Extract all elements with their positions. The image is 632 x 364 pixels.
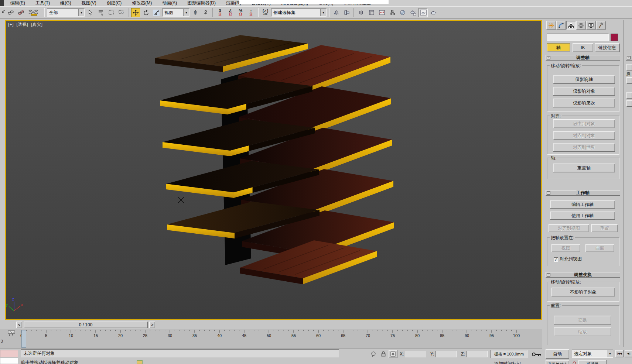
bell-icon[interactable] — [572, 361, 577, 364]
add-time-tag[interactable]: 添加时间标记 — [494, 361, 521, 364]
motion-tab[interactable] — [576, 21, 586, 30]
reset-scale-button[interactable]: 缩放 — [554, 327, 611, 336]
curve-editor-icon[interactable] — [377, 8, 386, 17]
collapse-icon[interactable]: - — [547, 273, 550, 277]
selection-lock-icon[interactable] — [380, 351, 386, 359]
chevron-down-icon[interactable]: ▼ — [320, 9, 326, 16]
selection-filter-dropdown[interactable]: 全部 ▼ — [47, 8, 85, 17]
material-editor-icon[interactable] — [398, 8, 407, 17]
unlink-selection-icon[interactable] — [17, 8, 26, 17]
app-icon[interactable] — [0, 0, 4, 6]
layer-manager-icon[interactable] — [356, 8, 366, 17]
viewport-menu-plus[interactable]: [+] — [8, 22, 14, 27]
previous-frame-playback-button[interactable]: ◀|| — [625, 350, 632, 357]
clipped-button[interactable] — [626, 92, 632, 99]
graphite-ribbon-icon[interactable] — [367, 8, 376, 17]
affect-pivot-only-button[interactable]: 仅影响轴 — [553, 75, 615, 84]
object-color-swatch[interactable] — [611, 34, 618, 41]
reset-working-pivot-button[interactable]: 重置 — [591, 224, 618, 232]
hierarchy-tab[interactable] — [566, 21, 576, 30]
clipped-button[interactable] — [626, 64, 632, 71]
menu-item[interactable]: 图形编辑器(D) — [182, 0, 221, 6]
menu-item[interactable]: 组(G) — [55, 0, 76, 6]
pivot-subtab[interactable]: 轴 — [547, 43, 570, 52]
render-production-icon[interactable] — [429, 8, 438, 17]
edit-named-selection-sets-icon[interactable]: {✓}ABC — [261, 8, 270, 17]
place-view-button[interactable]: 视图 — [551, 244, 580, 252]
use-pivot-center-icon[interactable] — [191, 8, 200, 17]
affect-object-only-button[interactable]: 仅影响对象 — [553, 87, 615, 96]
collapse-icon[interactable]: - — [627, 56, 631, 59]
clipped-button[interactable] — [626, 77, 632, 84]
maxscript-mini-listener[interactable] — [0, 358, 18, 364]
collapse-icon[interactable]: - — [547, 56, 550, 59]
place-surface-button[interactable]: 曲面 — [585, 244, 614, 252]
select-by-name-icon[interactable] — [96, 8, 105, 17]
current-frame-indicator[interactable] — [21, 330, 26, 348]
time-slider-handle[interactable]: 0 / 100 — [24, 322, 148, 328]
viewport-shading-label[interactable]: [真实] — [31, 22, 43, 27]
modify-tab[interactable] — [556, 21, 566, 30]
select-and-move-icon[interactable] — [131, 8, 140, 17]
maxscript-mini-listener-macro[interactable] — [0, 350, 18, 357]
align-to-view-checkbox-row[interactable]: ✓对齐到视图 — [554, 256, 582, 262]
edit-working-pivot-button[interactable]: 编辑工作轴 — [550, 200, 615, 209]
rectangular-selection-region-icon[interactable] — [106, 8, 116, 17]
viewport-pov-label[interactable]: [透视] — [17, 22, 28, 27]
undo-icon[interactable] — [1, 8, 5, 17]
snap-toggle-3d-icon[interactable]: 3Ω — [215, 8, 225, 17]
dont-affect-children-button[interactable]: 不影响子对象 — [551, 288, 615, 296]
absolute-offset-mode-button[interactable] — [389, 350, 397, 358]
center-to-object-button[interactable]: 居中到对象 — [553, 119, 615, 128]
align-to-world-button[interactable]: 对齐到世界 — [553, 143, 615, 152]
create-tab[interactable] — [546, 21, 556, 30]
rendered-frame-window-icon[interactable] — [419, 8, 428, 17]
next-frame-button[interactable]: > — [149, 322, 155, 328]
chevron-down-icon[interactable]: ▼ — [78, 9, 84, 16]
collapse-icon[interactable]: - — [547, 191, 550, 195]
menu-item[interactable]: 创建(C) — [102, 0, 127, 6]
named-selection-sets-dropdown[interactable]: 创建选择集 ▼ — [271, 8, 327, 17]
menu-item[interactable]: 视图(V) — [76, 0, 102, 6]
use-working-pivot-button[interactable]: 使用工作轴 — [550, 212, 615, 220]
chevron-down-icon[interactable]: ▼ — [607, 350, 613, 357]
chevron-down-icon[interactable]: ▼ — [183, 9, 189, 16]
set-key-button[interactable]: 设置关键点 — [546, 360, 569, 364]
set-key-icon[interactable] — [531, 351, 542, 360]
isolate-toggle-icon[interactable] — [137, 360, 143, 364]
percent-snap-icon[interactable]: %Ω — [236, 8, 245, 17]
select-and-scale-icon[interactable] — [152, 8, 161, 17]
timeline-ruler[interactable]: 0510152025303540455055606570758085909510… — [0, 329, 539, 339]
clipped-rollout-header[interactable]: - — [626, 55, 632, 61]
clipped-button[interactable] — [626, 100, 632, 107]
window-crossing-icon[interactable] — [117, 8, 126, 17]
working-pivot-rollout-header[interactable]: - 工作轴 — [546, 190, 620, 196]
align-to-view-button[interactable]: 对齐到视图 — [549, 224, 589, 232]
select-object-icon[interactable] — [86, 8, 95, 17]
key-filters-button[interactable]: 过滤器 — [578, 360, 607, 364]
previous-frame-button[interactable]: < — [16, 322, 22, 328]
menu-item[interactable]: 编辑(E) — [5, 0, 30, 6]
menu-item[interactable]: 动画(A) — [157, 0, 182, 6]
auto-key-button[interactable]: 自动 — [546, 349, 569, 359]
align-icon[interactable] — [342, 8, 351, 17]
object-name-field[interactable] — [547, 34, 609, 41]
z-coordinate-field[interactable] — [466, 351, 488, 357]
align-to-object-button[interactable]: 对齐到对象 — [553, 131, 615, 140]
affect-hierarchy-only-button[interactable]: 仅影响层次 — [553, 99, 615, 107]
notification-balloon-icon[interactable] — [370, 351, 377, 359]
display-tab[interactable] — [586, 21, 596, 30]
go-to-start-button[interactable]: |◀◀ — [615, 350, 624, 357]
x-coordinate-field[interactable] — [405, 351, 426, 357]
bind-to-space-warp-icon[interactable] — [27, 8, 42, 17]
select-and-rotate-icon[interactable] — [141, 8, 151, 17]
key-mode-dropdown[interactable]: 选定对象 ▼ — [572, 350, 613, 358]
checkbox-checked-icon[interactable]: ✓ — [554, 257, 558, 262]
angle-snap-icon[interactable]: ∠Ω — [226, 8, 235, 17]
select-and-link-icon[interactable] — [6, 8, 16, 17]
adjust-transform-rollout-header[interactable]: - 调整变换 — [546, 272, 620, 278]
render-setup-icon[interactable] — [408, 8, 417, 17]
mirror-icon[interactable] — [332, 8, 341, 17]
spinner-snap-icon[interactable]: ↕Ω — [246, 8, 256, 17]
y-coordinate-field[interactable] — [435, 351, 457, 357]
